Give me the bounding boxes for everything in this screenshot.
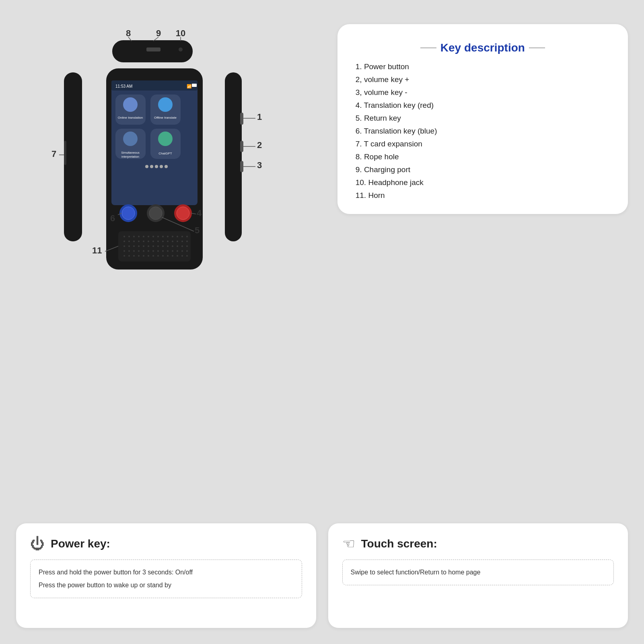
svg-point-27 bbox=[158, 132, 173, 146]
svg-point-47 bbox=[143, 236, 144, 237]
svg-point-93 bbox=[162, 250, 164, 252]
svg-rect-6 bbox=[64, 72, 82, 241]
svg-point-74 bbox=[138, 245, 140, 247]
svg-rect-19 bbox=[192, 84, 197, 87]
svg-point-76 bbox=[148, 245, 149, 247]
svg-point-73 bbox=[133, 245, 135, 247]
svg-point-45 bbox=[133, 236, 135, 237]
device-top-view: 8 9 10 bbox=[112, 28, 193, 62]
screen-sim-interp: Simultaneous bbox=[121, 151, 140, 154]
svg-point-34 bbox=[122, 207, 135, 220]
label-11: 11 bbox=[92, 245, 102, 255]
svg-point-70 bbox=[186, 241, 188, 242]
svg-point-51 bbox=[162, 236, 164, 237]
svg-point-81 bbox=[172, 245, 173, 247]
svg-point-64 bbox=[157, 241, 159, 242]
bottom-section: ⏻ Power key: Press and hold the power bu… bbox=[16, 523, 628, 628]
label-1: 1 bbox=[257, 112, 262, 122]
svg-point-63 bbox=[152, 241, 154, 242]
label-3: 3 bbox=[257, 160, 262, 170]
svg-point-87 bbox=[133, 250, 135, 252]
label-8: 8 bbox=[126, 28, 131, 38]
svg-point-52 bbox=[167, 236, 169, 237]
svg-point-67 bbox=[172, 241, 173, 242]
key-list: 1. Power button 2, volume key + 3, volum… bbox=[356, 62, 610, 200]
key-description-title: Key description bbox=[356, 38, 610, 54]
svg-point-78 bbox=[157, 245, 159, 247]
svg-point-69 bbox=[181, 241, 183, 242]
key-description-card: Key description 1. Power button 2, volum… bbox=[337, 24, 628, 214]
svg-point-106 bbox=[157, 255, 159, 257]
screen-chatgpt: ChatGPT bbox=[159, 152, 172, 155]
svg-point-55 bbox=[181, 236, 183, 237]
key-item-10: 10. Headphone jack bbox=[356, 178, 610, 187]
svg-point-85 bbox=[123, 250, 125, 252]
label-5: 5 bbox=[195, 225, 200, 235]
svg-point-110 bbox=[177, 255, 178, 257]
key-item-5: 5. Return key bbox=[356, 114, 610, 123]
svg-point-50 bbox=[157, 236, 159, 237]
svg-point-66 bbox=[167, 241, 169, 242]
device-front-view: 11:53 AM 📶 Online translation Offline bbox=[92, 68, 203, 270]
svg-rect-9 bbox=[225, 72, 242, 241]
key-item-6: 6. Translation key (blue) bbox=[356, 127, 610, 136]
key-item-8: 8. Rope hole bbox=[356, 152, 610, 161]
touch-screen-title: Touch screen: bbox=[361, 537, 437, 550]
svg-point-98 bbox=[186, 250, 188, 252]
svg-point-71 bbox=[123, 245, 125, 247]
svg-point-2 bbox=[179, 47, 183, 51]
svg-point-89 bbox=[143, 250, 144, 252]
svg-point-49 bbox=[152, 236, 154, 237]
touch-instruction-1: Swipe to select function/Return to home … bbox=[351, 566, 606, 579]
svg-point-102 bbox=[138, 255, 140, 257]
svg-point-57 bbox=[123, 241, 125, 242]
svg-point-75 bbox=[143, 245, 144, 247]
svg-point-53 bbox=[172, 236, 173, 237]
svg-point-48 bbox=[148, 236, 149, 237]
svg-point-54 bbox=[177, 236, 178, 237]
power-icon: ⏻ bbox=[30, 535, 45, 552]
svg-point-60 bbox=[138, 241, 140, 242]
speaker-grille bbox=[118, 231, 191, 261]
svg-point-99 bbox=[123, 255, 125, 257]
svg-point-84 bbox=[186, 245, 188, 247]
key-item-3: 3, volume key - bbox=[356, 88, 610, 97]
label-4: 4 bbox=[197, 208, 202, 218]
svg-point-61 bbox=[143, 241, 144, 242]
key-item-2: 2, volume key + bbox=[356, 75, 610, 84]
power-instruction-1: Press and hold the power button for 3 se… bbox=[39, 566, 294, 579]
svg-point-23 bbox=[158, 97, 173, 112]
screen-wifi: 📶 bbox=[187, 84, 192, 89]
svg-point-97 bbox=[181, 250, 183, 252]
svg-point-105 bbox=[152, 255, 154, 257]
screen-online-trans: Online translation bbox=[118, 116, 143, 119]
screen-sim-interp2: interpretation bbox=[121, 155, 139, 158]
svg-point-77 bbox=[152, 245, 154, 247]
key-item-7: 7. T card expansion bbox=[356, 140, 610, 148]
svg-point-72 bbox=[128, 245, 130, 247]
svg-point-43 bbox=[123, 236, 125, 237]
svg-point-95 bbox=[172, 250, 173, 252]
svg-point-62 bbox=[148, 241, 149, 242]
svg-point-59 bbox=[133, 241, 135, 242]
svg-point-104 bbox=[148, 255, 149, 257]
svg-point-82 bbox=[177, 245, 178, 247]
svg-rect-10 bbox=[240, 113, 243, 125]
power-key-title: Power key: bbox=[51, 537, 110, 550]
key-item-4: 4. Translation key (red) bbox=[356, 101, 610, 110]
label-6: 6 bbox=[110, 213, 115, 223]
svg-point-96 bbox=[177, 250, 178, 252]
svg-point-109 bbox=[172, 255, 173, 257]
power-instruction-2: Press the power button to wake up or sta… bbox=[39, 579, 294, 592]
svg-point-68 bbox=[177, 241, 178, 242]
svg-point-32 bbox=[165, 165, 168, 168]
svg-point-100 bbox=[128, 255, 130, 257]
top-section: 8 9 10 7 bbox=[16, 16, 628, 511]
power-key-content: Press and hold the power button for 3 se… bbox=[30, 560, 302, 598]
svg-point-107 bbox=[162, 255, 164, 257]
power-key-card: ⏻ Power key: Press and hold the power bu… bbox=[16, 523, 316, 628]
svg-point-38 bbox=[177, 207, 189, 220]
key-item-11: 11. Horn bbox=[356, 191, 610, 200]
touch-screen-content: Swipe to select function/Return to home … bbox=[342, 560, 614, 585]
touch-screen-card: ☜ Touch screen: Swipe to select function… bbox=[328, 523, 628, 628]
